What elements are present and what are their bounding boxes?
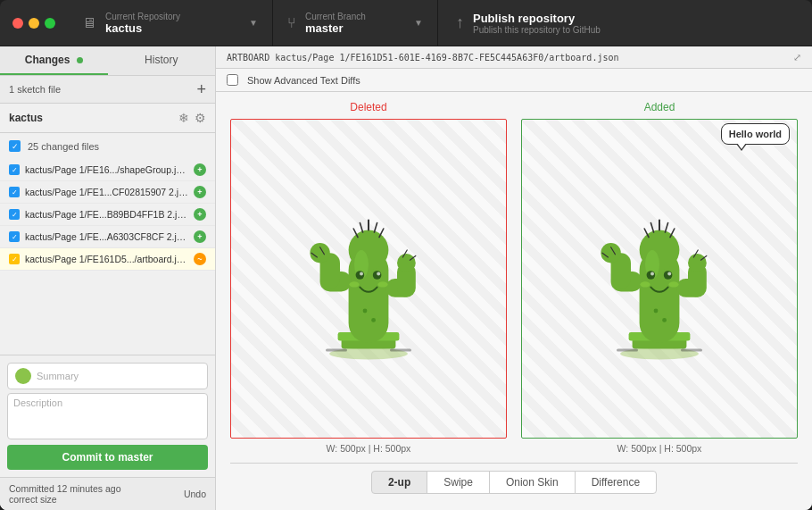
svg-point-50	[650, 272, 654, 275]
repo-icon: 🖥	[82, 15, 96, 31]
svg-point-11	[397, 254, 416, 272]
changed-files-header: ✓ 25 changed files	[0, 133, 215, 159]
undo-button[interactable]: Undo	[184, 489, 206, 499]
view-tabs: 2-up Swipe Onion Skin Difference	[230, 463, 798, 501]
artboard-bar: ARTBOARD kactus/Page 1/FE161D51-601E-416…	[216, 46, 812, 69]
svg-point-22	[377, 281, 387, 287]
svg-rect-61	[681, 348, 702, 351]
svg-point-58	[654, 309, 659, 314]
diff-columns: Deleted	[230, 101, 798, 454]
publish-icon: ↑	[456, 13, 464, 32]
file-name: kactus/Page 1/FE161D5.../artboard.json	[25, 254, 188, 264]
file-item[interactable]: ✓ kactus/Page 1/FE16.../shapeGroup.json …	[0, 159, 215, 181]
view-tab-swipe[interactable]: Swipe	[427, 471, 490, 494]
sidebar-tabs: Changes History	[0, 46, 215, 76]
commit-area: Summary Description Commit to master	[0, 355, 215, 477]
changes-dot	[77, 57, 83, 63]
file-item[interactable]: ✓ kactus/Page 1/FE161D5.../artboard.json…	[0, 248, 215, 271]
repo-name: kactus	[105, 21, 180, 35]
branch-section[interactable]: ⑂ Current Branch master ▼	[273, 0, 438, 46]
svg-point-39	[601, 243, 620, 263]
committed-info: Committed 12 minutes ago correct size	[9, 483, 120, 505]
branch-sublabel: Current Branch	[305, 12, 366, 21]
repo-label-group: Current Repository kactus	[105, 12, 180, 35]
cactus-added-svg	[588, 189, 731, 368]
svg-rect-29	[326, 348, 347, 351]
titlebar: 🖥 Current Repository kactus ▼ ⑂ Current …	[0, 0, 812, 46]
gear-icon[interactable]: ⚙	[195, 111, 206, 125]
added-image-box: Hello world	[521, 119, 798, 439]
file-checkbox[interactable]: ✓	[9, 254, 20, 264]
summary-input-row: Summary	[7, 363, 208, 389]
file-item[interactable]: ✓ kactus/Page 1/FE...A6303CF8CF 2.json +	[0, 226, 215, 248]
svg-point-18	[373, 271, 382, 280]
repo-header: kactus ❄ ⚙	[0, 104, 215, 133]
changed-files-label: 25 changed files	[28, 141, 99, 152]
file-checkbox[interactable]: ✓	[9, 164, 20, 175]
text-diffs-label: Show Advanced Text Diffs	[247, 75, 360, 86]
added-label: Added	[644, 101, 675, 113]
publish-section[interactable]: ↑ Publish repository Publish this reposi…	[438, 12, 618, 35]
description-placeholder: Description	[13, 397, 62, 408]
minimize-button[interactable]	[29, 18, 39, 29]
file-item[interactable]: ✓ kactus/Page 1/FE1...CF02815907 2.json …	[0, 181, 215, 204]
file-badge: +	[194, 163, 206, 176]
view-tab-2up[interactable]: 2-up	[371, 471, 427, 494]
file-name: kactus/Page 1/FE16.../shapeGroup.json	[25, 164, 188, 175]
view-tab-onion-skin[interactable]: Onion Skin	[489, 471, 576, 494]
summary-placeholder: Summary	[37, 371, 79, 381]
committed-label: Committed 12 minutes ago	[9, 483, 120, 494]
deleted-column: Deleted	[230, 101, 507, 454]
file-checkbox[interactable]: ✓	[9, 209, 20, 220]
file-checkbox[interactable]: ✓	[9, 231, 20, 242]
sidebar-repo-name: kactus	[9, 112, 43, 124]
publish-sub: Publish this repository to GitHub	[473, 25, 601, 35]
expand-icon[interactable]: ⤢	[793, 52, 801, 63]
text-diffs-checkbox[interactable]	[227, 74, 238, 86]
svg-line-14	[374, 223, 377, 232]
commit-button[interactable]: Commit to master	[7, 445, 208, 470]
description-input[interactable]: Description	[7, 393, 208, 439]
select-all-checkbox[interactable]: ✓	[9, 140, 21, 152]
svg-point-53	[668, 281, 678, 287]
file-list: ✓ kactus/Page 1/FE16.../shapeGroup.json …	[0, 159, 215, 355]
sketch-file-label: 1 sketch file	[9, 84, 61, 95]
branch-name: master	[305, 21, 366, 35]
tab-changes[interactable]: Changes	[0, 46, 108, 75]
diff-area: Deleted	[216, 92, 812, 510]
svg-point-8	[310, 243, 329, 263]
deleted-image-box	[230, 119, 507, 439]
file-checkbox[interactable]: ✓	[9, 187, 20, 197]
svg-rect-30	[390, 348, 411, 351]
branch-chevron: ▼	[414, 18, 423, 28]
deleted-label: Deleted	[350, 101, 386, 113]
repo-section[interactable]: 🖥 Current Repository kactus ▼	[68, 0, 273, 46]
sketch-file-bar: 1 sketch file +	[0, 76, 215, 104]
file-badge: +	[194, 230, 206, 243]
add-sketch-button[interactable]: +	[196, 81, 206, 97]
committed-sub: correct size	[9, 494, 120, 505]
svg-point-20	[377, 272, 380, 275]
added-size: W: 500px | H: 500px	[617, 443, 702, 454]
sidebar: Changes History 1 sketch file + kactus ❄…	[0, 46, 216, 510]
view-tab-difference[interactable]: Difference	[575, 471, 657, 494]
svg-point-21	[349, 281, 359, 287]
speech-bubble: Hello world	[721, 123, 790, 145]
svg-point-48	[647, 271, 656, 280]
close-button[interactable]	[12, 18, 23, 29]
svg-line-45	[665, 223, 667, 232]
svg-point-17	[356, 271, 365, 280]
file-name: kactus/Page 1/FE...A6303CF8CF 2.json	[25, 231, 188, 242]
tab-history[interactable]: History	[108, 46, 216, 75]
snowflake-icon[interactable]: ❄	[178, 111, 189, 125]
file-item[interactable]: ✓ kactus/Page 1/FE...B89BD4FF1B 2.json +	[0, 204, 215, 226]
branch-label-group: Current Branch master	[305, 12, 366, 35]
svg-point-27	[363, 309, 368, 314]
maximize-button[interactable]	[45, 18, 55, 29]
main-layout: Changes History 1 sketch file + kactus ❄…	[0, 46, 812, 510]
right-panel: ARTBOARD kactus/Page 1/FE161D51-601E-416…	[216, 46, 812, 510]
avatar	[15, 368, 31, 384]
artboard-path: ARTBOARD kactus/Page 1/FE161D51-601E-416…	[227, 53, 619, 63]
publish-title: Publish repository	[473, 12, 601, 25]
publish-label-group: Publish repository Publish this reposito…	[473, 12, 601, 35]
